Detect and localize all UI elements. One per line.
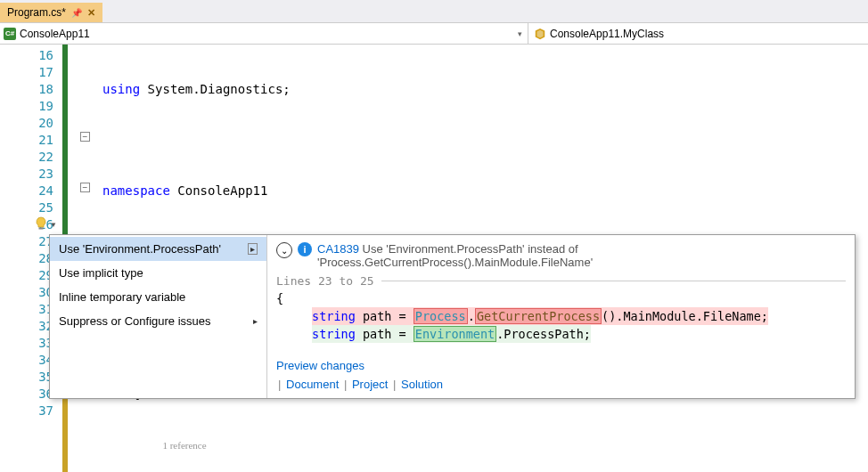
quick-action-item[interactable]: Use implicit type	[50, 261, 266, 285]
fold-toggle[interactable]: −	[80, 183, 90, 192]
project-name: ConsoleApp11	[20, 28, 90, 40]
line-number: 36	[0, 386, 53, 403]
line-number: 18	[0, 81, 53, 98]
class-icon	[534, 28, 546, 40]
menu-item-label: Inline temporary variable	[59, 290, 185, 304]
submenu-arrow-icon: ▸	[248, 243, 258, 255]
fix-scope-project[interactable]: Project	[352, 378, 388, 391]
identifier: ConsoleApp11	[177, 183, 267, 198]
line-number: 34	[0, 352, 53, 369]
submenu-arrow-icon: ▸	[253, 316, 258, 326]
quick-action-preview: ⌄ i CA1839 Use 'Environment.ProcessPath'…	[267, 235, 855, 398]
line-number: 33	[0, 335, 53, 352]
chevron-down-icon: ▾	[518, 29, 522, 38]
line-number: 37	[0, 403, 53, 419]
csharp-icon: C#	[4, 28, 16, 40]
fix-scope-solution[interactable]: Solution	[401, 378, 443, 391]
quick-action-item[interactable]: Inline temporary variable	[50, 285, 266, 309]
quick-action-item[interactable]: Use 'Environment.ProcessPath'▸	[50, 237, 266, 261]
line-number: 21	[0, 132, 53, 149]
lightbulb-icon[interactable]	[34, 216, 50, 232]
pin-icon[interactable]: 📌	[71, 8, 82, 18]
line-number: 27	[0, 233, 53, 250]
line-number: 20	[0, 115, 53, 132]
navigation-bar: C# ConsoleApp11 ▾ ConsoleApp11.MyClass	[0, 23, 868, 45]
file-tab[interactable]: Program.cs* 📌 ✕	[0, 3, 102, 22]
svg-rect-0	[39, 228, 44, 230]
line-number: 28	[0, 250, 53, 267]
codelens[interactable]: 1 reference	[162, 440, 206, 451]
diff-preview: { string path = Process.GetCurrentProces…	[276, 289, 846, 343]
tab-title: Program.cs*	[7, 6, 66, 19]
menu-item-label: Suppress or Configure issues	[59, 314, 211, 328]
line-number: 32	[0, 318, 53, 335]
class-context: ConsoleApp11.MyClass	[550, 28, 664, 40]
brace: {	[276, 289, 846, 307]
line-number: 16	[0, 47, 53, 64]
line-number: 30	[0, 284, 53, 301]
line-number: 35	[0, 369, 53, 386]
line-number: 22	[0, 149, 53, 166]
keyword: namespace	[102, 183, 170, 198]
code-editor[interactable]: 1617181920212223242526272829303132333435…	[0, 45, 868, 472]
line-number: 19	[0, 98, 53, 115]
preview-footer: Preview changes | Document | Project | S…	[276, 359, 846, 391]
lines-range: Lines 23 to 25	[276, 274, 374, 288]
quick-actions-popup: Use 'Environment.ProcessPath'▸Use implic…	[49, 234, 856, 399]
quick-action-item[interactable]: Suppress or Configure issues▸	[50, 309, 266, 333]
line-number: 24	[0, 183, 53, 199]
line-number: 17	[0, 64, 53, 81]
line-number: 23	[0, 166, 53, 183]
tab-bar: Program.cs* 📌 ✕	[0, 0, 868, 23]
menu-item-label: Use 'Environment.ProcessPath'	[59, 242, 221, 256]
fix-scope-document[interactable]: Document	[286, 378, 339, 391]
diff-removed-line: string path = Process.GetCurrentProcess(…	[312, 307, 768, 325]
quick-actions-menu: Use 'Environment.ProcessPath'▸Use implic…	[50, 235, 267, 398]
diff-added-line: string path = Environment.ProcessPath;	[312, 325, 591, 343]
namespace-ref: System.Diagnostics	[148, 82, 283, 96]
chevron-down-circle-icon[interactable]: ⌄	[276, 242, 292, 258]
close-icon[interactable]: ✕	[87, 7, 95, 19]
rule	[381, 281, 846, 281]
info-icon: i	[298, 242, 312, 256]
fold-toggle[interactable]: −	[80, 132, 90, 142]
lightbulb-dropdown[interactable]: ▼	[50, 221, 57, 229]
diagnostic-code-link[interactable]: CA1839	[317, 242, 359, 256]
line-number: 29	[0, 267, 53, 284]
line-number: 31	[0, 301, 53, 318]
project-dropdown[interactable]: C# ConsoleApp11 ▾	[0, 28, 528, 40]
menu-item-label: Use implicit type	[59, 266, 143, 280]
class-dropdown[interactable]: ConsoleApp11.MyClass	[528, 23, 868, 44]
preview-changes-link[interactable]: Preview changes	[276, 359, 364, 372]
keyword: using	[102, 82, 140, 96]
diagnostic-message: Use 'Environment.ProcessPath' instead of…	[317, 242, 593, 269]
line-number: 25	[0, 199, 53, 216]
